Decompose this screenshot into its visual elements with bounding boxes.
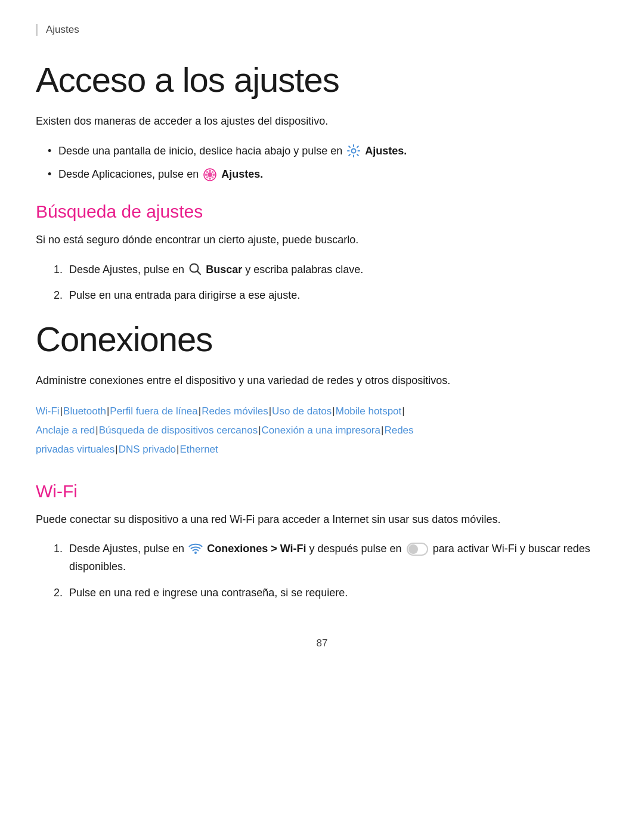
svg-point-9 (206, 176, 209, 178)
breadcrumb-label: Ajustes (46, 24, 79, 35)
toggle-icon (407, 543, 428, 556)
breadcrumb: Ajustes (36, 24, 608, 36)
busqueda-step-2: Pulse en una entrada para dirigirse a es… (66, 287, 608, 305)
conexiones-title: Conexiones (36, 319, 608, 359)
link-dns[interactable]: DNS privado (119, 444, 176, 455)
connections-icon (188, 541, 203, 556)
wifi-title: Wi-Fi (36, 481, 608, 501)
conexiones-intro: Administre conexiones entre el dispositi… (36, 372, 608, 390)
wifi-section: Wi-Fi Puede conectar su dispositivo a un… (36, 481, 608, 602)
svg-point-13 (194, 552, 197, 554)
acceso-intro: Existen dos maneras de acceder a los aju… (36, 113, 608, 131)
busqueda-step-1: Desde Ajustes, pulse en Buscar y escriba… (66, 261, 608, 279)
ajustes-label-2: Ajustes. (221, 168, 263, 180)
link-impresora[interactable]: Conexión a una impresora (262, 425, 380, 436)
link-redes-moviles[interactable]: Redes móviles (202, 405, 268, 417)
link-anclaje[interactable]: Anclaje a red (36, 425, 95, 436)
wifi-step-1: Desde Ajustes, pulse en Conexiones > Wi-… (66, 540, 608, 575)
svg-point-3 (209, 169, 211, 172)
ajustes-label-1: Ajustes. (365, 145, 407, 157)
apps-icon (203, 168, 217, 182)
svg-point-10 (212, 176, 214, 178)
link-perfil[interactable]: Perfil fuera de línea (110, 405, 197, 417)
search-icon (188, 262, 202, 275)
svg-point-7 (206, 171, 209, 173)
svg-point-15 (408, 544, 418, 554)
gear-icon (346, 144, 361, 158)
wifi-intro: Puede conectar su dispositivo a una red … (36, 511, 608, 529)
acceso-title: Acceso a los ajustes (36, 60, 608, 100)
link-bluetooth[interactable]: Bluetooth (63, 405, 106, 417)
link-ethernet[interactable]: Ethernet (180, 444, 218, 455)
link-busqueda-dispositivos[interactable]: Búsqueda de dispositivos cercanos (99, 425, 258, 436)
svg-line-12 (197, 271, 200, 274)
svg-point-0 (352, 148, 356, 153)
acceso-bullets: Desde una pantalla de inicio, deslice ha… (36, 143, 608, 184)
busqueda-title: Búsqueda de ajustes (36, 202, 608, 222)
acceso-bullet-2: Desde Aplicaciones, pulse en Ajustes. (48, 166, 608, 184)
wifi-steps: Desde Ajustes, pulse en Conexiones > Wi-… (36, 540, 608, 602)
acceso-section: Acceso a los ajustes Existen dos maneras… (36, 60, 608, 305)
svg-point-2 (208, 172, 212, 177)
busqueda-steps: Desde Ajustes, pulse en Buscar y escriba… (36, 261, 608, 305)
wifi-step-2: Pulse en una red e ingrese una contraseñ… (66, 584, 608, 602)
buscar-label: Buscar (206, 264, 242, 275)
svg-point-4 (209, 177, 211, 179)
link-uso-datos[interactable]: Uso de datos (272, 405, 332, 417)
acceso-bullet-1: Desde una pantalla de inicio, deslice ha… (48, 143, 608, 160)
svg-point-8 (212, 171, 214, 173)
busqueda-intro: Si no está seguro dónde encontrar un cie… (36, 231, 608, 249)
page-number: 87 (36, 637, 608, 649)
svg-point-6 (213, 174, 215, 176)
conexiones-wifi-label: Conexiones > Wi-Fi (207, 543, 306, 555)
conexiones-section: Conexiones Administre conexiones entre e… (36, 319, 608, 460)
link-wifi[interactable]: Wi-Fi (36, 405, 60, 417)
conexiones-links: Wi-Fi|Bluetooth|Perfil fuera de línea|Re… (36, 402, 608, 460)
svg-point-5 (205, 174, 208, 176)
link-hotspot[interactable]: Mobile hotspot (336, 405, 402, 417)
